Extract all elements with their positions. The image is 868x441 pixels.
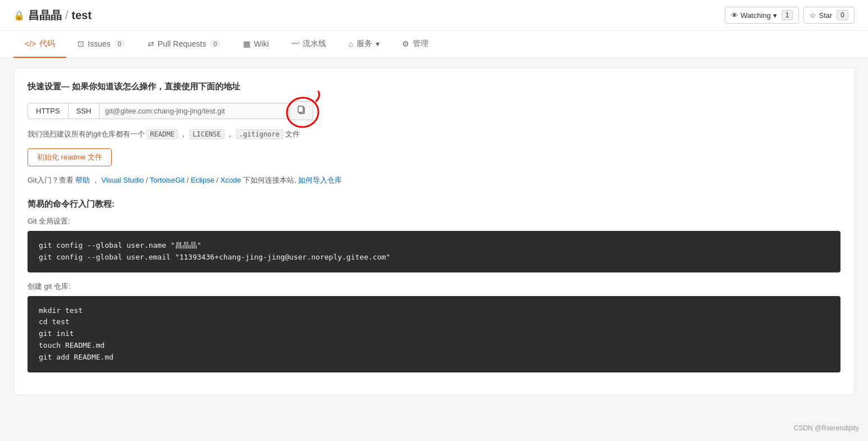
services-icon: ⌂ — [349, 39, 353, 48]
star-count: 0 — [837, 10, 848, 20]
tab-code[interactable]: </> 代码 — [13, 31, 66, 58]
create-code-block: mkdir test cd test git init touch README… — [28, 296, 840, 372]
lock-icon: 🔒 — [13, 10, 25, 21]
git-intro-prefix: Git入门？查看 — [28, 176, 75, 184]
services-dropdown-icon: ▾ — [376, 39, 380, 48]
watch-label: Watching — [741, 11, 771, 20]
comma2: ， — [226, 130, 234, 138]
admin-icon: ⚙ — [402, 39, 409, 48]
git-intro-connect: 下如何连接本站, — [243, 176, 298, 184]
pr-badge: 0 — [209, 40, 221, 48]
copy-btn-wrapper — [290, 101, 313, 120]
separator-slash3: / — [216, 176, 220, 184]
repo-actions: 👁 Watching ▾ 1 ☆ Star 0 — [725, 7, 855, 24]
global-section-title: Git 全局设置: — [28, 216, 840, 226]
nav-tabs: </> 代码 ⊡ Issues 0 ⇄ Pull Requests 0 ▦ Wi… — [0, 31, 868, 58]
tab-issues[interactable]: ⊡ Issues 0 — [66, 31, 136, 57]
xcode-link[interactable]: Xcode — [221, 176, 241, 184]
license-badge: LICENSE — [189, 129, 225, 139]
watch-count: 1 — [782, 10, 793, 20]
create-section-title: 创建 git 仓库: — [28, 281, 840, 292]
tab-pr-label: Pull Requests — [158, 39, 206, 48]
code-icon: </> — [25, 39, 36, 48]
watch-button[interactable]: 👁 Watching ▾ 1 — [725, 7, 799, 24]
eclipse-link[interactable]: Eclipse — [191, 176, 214, 184]
git-intro-separator: ， — [92, 176, 99, 184]
tab-pipeline-label: 流水线 — [303, 39, 326, 49]
watch-dropdown-icon: ▾ — [773, 11, 777, 20]
tab-admin-label: 管理 — [413, 39, 428, 49]
separator: / — [65, 9, 68, 22]
gitignore-badge: .gitignore — [236, 129, 283, 139]
recommend-text: 我们强烈建议所有的git仓库都有一个 README ， LICENSE ， .g… — [28, 129, 840, 139]
clone-url-input[interactable] — [99, 103, 290, 119]
tab-services-label: 服务 — [357, 39, 372, 49]
tab-code-label: 代码 — [39, 39, 55, 49]
tab-pull-requests[interactable]: ⇄ Pull Requests 0 — [136, 31, 232, 57]
import-repo-link[interactable]: 如何导入仓库 — [298, 176, 342, 184]
tutorial-title: 简易的命令行入门教程: — [28, 199, 840, 210]
tab-wiki-label: Wiki — [254, 39, 268, 48]
repo-title: 🔒 昌晶晶 / test — [13, 8, 92, 23]
copy-button[interactable] — [290, 101, 313, 120]
git-intro: Git入门？查看 帮助 ， Visual Studio / TortoiseGi… — [28, 175, 840, 185]
tab-services[interactable]: ⌂ 服务 ▾ — [337, 31, 391, 58]
visual-studio-link[interactable]: Visual Studio — [101, 176, 144, 184]
star-button[interactable]: ☆ Star 0 — [803, 7, 855, 24]
separator-slash2: / — [187, 176, 191, 184]
tab-pipeline[interactable]: 〰 流水线 — [280, 31, 337, 58]
star-label: Star — [819, 11, 832, 20]
tortoisegit-link[interactable]: TortoiseGit — [150, 176, 185, 184]
readme-badge: README — [147, 129, 177, 139]
repo-owner: 昌晶晶 — [28, 8, 62, 23]
main-content: 快速设置— 如果你知道该怎么操作，直接使用下面的地址 HTTPS SSH 我们强… — [13, 67, 855, 395]
separator-slash1: / — [146, 176, 150, 184]
issues-icon: ⊡ — [77, 39, 84, 48]
https-button[interactable]: HTTPS — [28, 103, 68, 119]
comma1: ， — [180, 130, 187, 138]
setup-title: 快速设置— 如果你知道该怎么操作，直接使用下面的地址 — [28, 81, 840, 92]
repo-header: 🔒 昌晶晶 / test 👁 Watching ▾ 1 ☆ Star 0 — [0, 0, 868, 31]
pr-icon: ⇄ — [148, 39, 154, 48]
eye-icon: 👁 — [731, 11, 738, 20]
star-icon: ☆ — [810, 11, 816, 20]
repo-name: test — [72, 9, 92, 22]
pipeline-icon: 〰 — [291, 39, 299, 48]
recommend-prefix: 我们强烈建议所有的git仓库都有一个 — [28, 130, 147, 138]
issues-badge: 0 — [114, 40, 125, 48]
svg-rect-1 — [298, 106, 303, 112]
tab-issues-label: Issues — [88, 39, 110, 48]
ssh-button[interactable]: SSH — [68, 103, 100, 119]
tab-wiki[interactable]: ▦ Wiki — [232, 31, 280, 57]
init-readme-button[interactable]: 初始化 readme 文件 — [28, 148, 112, 166]
recommend-suffix: 文件 — [285, 130, 300, 138]
create-code: mkdir test cd test git init touch README… — [39, 305, 829, 363]
tab-admin[interactable]: ⚙ 管理 — [391, 31, 440, 58]
help-link[interactable]: 帮助 — [75, 176, 90, 184]
global-code-block: git config --global user.name "昌晶晶" git … — [28, 231, 840, 272]
global-code: git config --global user.name "昌晶晶" git … — [39, 240, 829, 263]
clone-section: HTTPS SSH — [28, 101, 840, 120]
wiki-icon: ▦ — [243, 39, 250, 48]
